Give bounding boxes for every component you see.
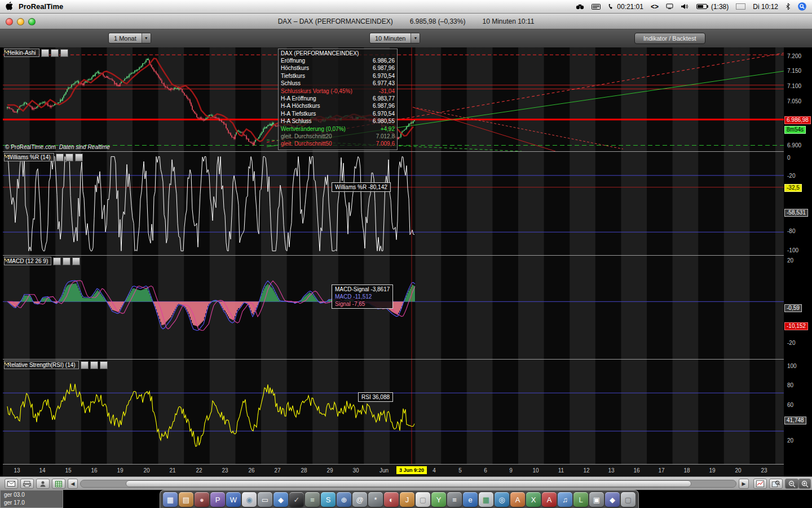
horizontal-scrollbar[interactable] <box>80 480 736 488</box>
dock-icon[interactable]: ⊕ <box>337 492 351 507</box>
dock-icon[interactable]: ≡ <box>447 492 462 507</box>
range-dropdown[interactable]: 1 Monat ▼ <box>108 33 151 43</box>
axis-label: 7.050 <box>787 98 801 105</box>
dock-icon[interactable]: ◉ <box>242 492 257 507</box>
timeframe-dropdown[interactable]: 10 Minuten ▼ <box>369 33 420 43</box>
wrench-icon[interactable] <box>53 257 61 265</box>
dock-icon[interactable]: ▦ <box>479 492 493 507</box>
axis-label: 7.100 <box>787 83 801 90</box>
axis-value-badge: -10,152 <box>784 322 808 330</box>
dock-icon[interactable]: A <box>510 492 525 507</box>
export-table-icon[interactable] <box>52 479 65 489</box>
axis-label: 100 <box>787 363 797 370</box>
time-axis-label: 14 <box>39 467 45 474</box>
dock-icon[interactable]: ♫ <box>558 492 572 507</box>
wrench-icon[interactable] <box>41 49 49 57</box>
scroll-left-button[interactable]: ◀ <box>68 479 78 489</box>
window-title-bar[interactable]: DAX – DAX (PERFORMANCEINDEX) 6.985,98 (–… <box>0 14 812 29</box>
dock-icon[interactable]: W <box>226 492 241 507</box>
input-switch-arrows[interactable]: <> <box>651 3 659 11</box>
close-icon[interactable] <box>75 154 83 161</box>
time-axis-label: 30 <box>352 467 359 474</box>
dock-icon[interactable]: ▣ <box>589 492 604 507</box>
zoom-window-icon[interactable] <box>769 479 783 489</box>
dock-icon[interactable]: A <box>542 492 557 507</box>
time-axis-label: 12 <box>583 467 589 474</box>
dock-icon[interactable]: X <box>526 492 541 507</box>
spotlight-icon[interactable] <box>798 2 806 11</box>
price-axis[interactable]: 7.2007.1507.1007.0506.986,988m54s6.9000-… <box>784 47 812 476</box>
rsi-panel: Relative Strength(RSI) (14) RSI 36,088 <box>3 359 784 464</box>
menu-bar: ProRealTime 00:21:01 <> (1:38) Di 10:12 <box>0 0 812 14</box>
dock-icon[interactable]: J <box>400 492 414 507</box>
print-icon[interactable] <box>20 479 34 489</box>
time-axis-label: 16 <box>91 467 97 474</box>
mail-icon[interactable] <box>5 479 18 489</box>
dock-icon[interactable]: ▢ <box>621 492 636 507</box>
close-icon[interactable] <box>60 49 68 57</box>
dock-icon[interactable]: @ <box>352 492 367 507</box>
dock-icon[interactable]: ▢ <box>416 492 430 507</box>
indicator-backtest-button[interactable]: Indikator / Backtest <box>634 33 705 44</box>
app-menu-title[interactable]: ProRealTime <box>19 2 63 11</box>
dock-icon[interactable]: ◎ <box>495 492 509 507</box>
apple-menu-icon[interactable] <box>6 2 13 12</box>
scrollbar-thumb[interactable] <box>126 480 691 487</box>
dock-icon[interactable]: S <box>321 492 336 507</box>
zoom-in-icon[interactable] <box>798 479 811 489</box>
dock-icon[interactable]: ● <box>195 492 209 507</box>
time-axis[interactable]: 1314151619202122232627282930Jun456910111… <box>3 464 784 476</box>
dock-icon[interactable]: P <box>210 492 225 507</box>
time-axis-label: 10 <box>532 467 539 474</box>
dock-icon[interactable]: ✓ <box>289 492 304 507</box>
battery-label: (1:38) <box>711 3 729 11</box>
minimize-window-button[interactable] <box>17 18 24 25</box>
wrench-icon[interactable] <box>56 154 64 161</box>
dock-icon[interactable]: ◐ <box>384 492 399 507</box>
scroll-right-button[interactable]: ▶ <box>739 479 749 489</box>
chevron-down-icon[interactable]: ▼ <box>142 33 151 43</box>
german-flag-icon[interactable] <box>736 3 745 10</box>
dock-icon[interactable]: * <box>368 492 383 507</box>
dock-icon[interactable]: ◆ <box>273 492 288 507</box>
menu-bar-clock[interactable]: Di 10:12 <box>753 3 778 11</box>
folder-icon[interactable] <box>63 257 70 265</box>
rsi-chart[interactable] <box>3 360 784 464</box>
dock-icon[interactable]: L <box>573 492 588 507</box>
dock-icon[interactable]: ▤ <box>179 492 193 507</box>
close-window-button[interactable] <box>6 18 13 25</box>
macd-chart[interactable] <box>3 256 784 359</box>
folder-icon[interactable] <box>65 154 73 161</box>
user-icon[interactable] <box>36 479 50 489</box>
dock-icon[interactable]: ▭ <box>258 492 272 507</box>
display-icon[interactable] <box>666 3 673 10</box>
dock-icon[interactable]: Y <box>431 492 446 507</box>
dock-icon[interactable]: ≡ <box>305 492 320 507</box>
bluetooth-icon[interactable] <box>785 3 791 10</box>
chevron-down-icon[interactable]: ▼ <box>411 33 420 43</box>
keyboard-icon[interactable] <box>592 4 601 10</box>
battery-indicator[interactable]: (1:38) <box>696 3 729 11</box>
williams-tooltip: Williams %R -80,142 <box>332 182 391 192</box>
close-icon[interactable] <box>100 361 108 369</box>
dock-icon[interactable]: ◆ <box>605 492 620 507</box>
dock-icon[interactable]: e <box>463 492 478 507</box>
close-icon[interactable] <box>72 257 80 265</box>
time-axis-label: 15 <box>65 467 71 474</box>
axis-value-badge: 8m54s <box>784 126 806 134</box>
volume-icon[interactable] <box>681 3 689 10</box>
folder-icon[interactable] <box>90 361 98 369</box>
zoom-out-icon[interactable] <box>785 479 798 489</box>
williams-chart[interactable] <box>3 152 784 255</box>
dock-icon[interactable]: ▦ <box>163 492 178 507</box>
zoom-window-button[interactable] <box>28 18 36 25</box>
axis-value-badge: 6.986,98 <box>784 116 811 124</box>
wrench-icon[interactable] <box>81 361 89 369</box>
quote-info-box: DAX (PERFORMANCEINDEX) Eröffnung6.986,26… <box>278 49 398 150</box>
folder-icon[interactable] <box>51 49 59 57</box>
time-axis-label: 28 <box>301 467 307 474</box>
chart-fit-icon[interactable] <box>753 479 767 489</box>
call-timer[interactable]: 00:21:01 <box>608 3 643 11</box>
background-window-fragment[interactable]: ger 03.0ger 17.0 <box>0 490 63 508</box>
binoculars-icon[interactable] <box>576 4 584 10</box>
